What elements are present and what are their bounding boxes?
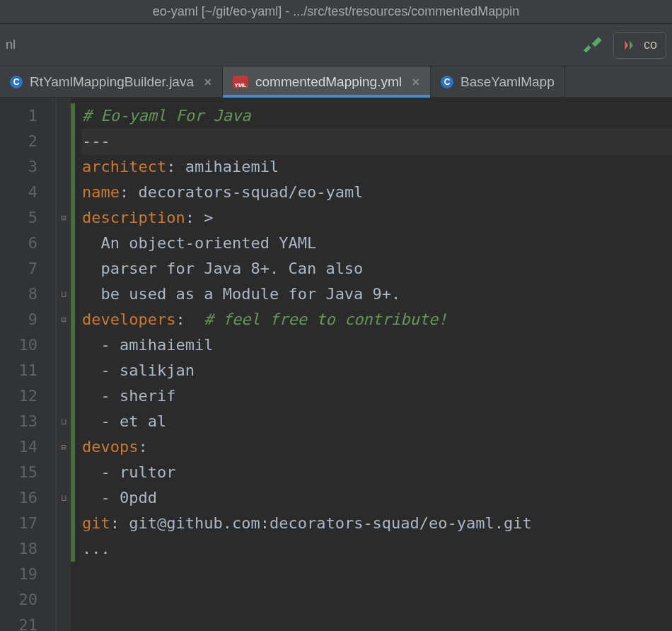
close-icon[interactable]: ✕ (201, 76, 212, 88)
code-line[interactable]: - amihaiemil (82, 332, 672, 358)
yaml-key: devops (82, 438, 138, 456)
code-editor[interactable]: 123456789101112131415161718192021 ⊟⊔⊟⊔⊟⊔… (0, 98, 672, 631)
tab-label: RtYamlMappingBuilder.java (30, 74, 194, 90)
fold-spacer (57, 256, 71, 282)
code-line[interactable]: ... (82, 536, 672, 562)
close-icon[interactable]: ✕ (409, 76, 420, 88)
tab-baseyamlmapp[interactable]: C BaseYamlMapp (431, 66, 565, 97)
yaml-comment: # feel free to contribute! (204, 311, 447, 328)
fold-open-icon[interactable]: ⊟ (57, 205, 71, 231)
line-number: 17 (0, 511, 37, 536)
code-line[interactable]: - 0pdd (82, 485, 672, 511)
yaml-key: description (82, 209, 185, 226)
code-line[interactable] (82, 613, 672, 631)
window-title: eo-yaml [~/git/eo-yaml] - .../src/test/r… (153, 4, 520, 19)
fold-spacer (57, 460, 71, 485)
fold-spacer (57, 332, 71, 358)
code-line[interactable]: description: > (82, 205, 672, 231)
fold-strip[interactable]: ⊟⊔⊟⊔⊟⊔ (57, 98, 71, 631)
yaml-value: - sherif (101, 387, 176, 405)
yaml-key: architect (82, 158, 166, 175)
line-number: 9 (0, 307, 37, 332)
yaml-key: developers (82, 311, 175, 328)
line-number: 5 (0, 205, 37, 231)
fold-spacer (57, 383, 71, 409)
fold-spacer (57, 129, 71, 154)
build-icon[interactable] (584, 35, 603, 55)
fold-spacer (57, 536, 71, 562)
yaml-value: - salikjan (101, 361, 195, 379)
yaml-value: decorators-squad/eo-yaml (138, 183, 363, 201)
ide-toolbar: nl co (0, 24, 672, 66)
fold-spacer (57, 358, 71, 383)
line-number: 18 (0, 536, 37, 562)
yaml-value: - amihaiemil (101, 336, 214, 354)
code-line[interactable]: - salikjan (82, 358, 672, 383)
fold-spacer (57, 613, 71, 631)
yaml-value: - 0pdd (101, 489, 157, 506)
line-number: 7 (0, 256, 37, 282)
fold-spacer (57, 231, 71, 256)
fold-close-icon[interactable]: ⊔ (57, 282, 71, 307)
code-line[interactable] (82, 562, 672, 587)
code-line[interactable]: - rultor (82, 460, 672, 485)
code-line[interactable]: An object-oriented YAML (82, 231, 672, 256)
line-number: 2 (0, 129, 37, 154)
fold-spacer (57, 180, 71, 205)
line-number: 6 (0, 231, 37, 256)
line-number: 16 (0, 485, 37, 511)
tab-rtyamlmappingbuilder[interactable]: C RtYamlMappingBuilder.java ✕ (0, 66, 223, 97)
yaml-value: > (204, 209, 213, 226)
breadcrumb-fragment: nl (6, 37, 16, 52)
yaml-value: parser for Java 8+. Can also (101, 260, 364, 277)
yaml-value: git@github.com:decorators-squad/eo-yaml.… (129, 514, 532, 532)
window-title-bar: eo-yaml [~/git/eo-yaml] - .../src/test/r… (0, 0, 672, 24)
code-line[interactable]: be used as a Module for Java 9+. (82, 282, 672, 307)
fold-open-icon[interactable]: ⊟ (57, 434, 71, 460)
run-arrows-icon (622, 38, 637, 52)
yaml-value: - rultor (101, 463, 176, 481)
code-line[interactable]: --- (82, 129, 672, 154)
fold-close-icon[interactable]: ⊔ (57, 409, 71, 434)
line-number: 15 (0, 460, 37, 485)
code-line[interactable]: git: git@github.com:decorators-squad/eo-… (82, 511, 672, 536)
tab-label: BaseYamlMapp (460, 74, 555, 90)
editor-tab-bar: C RtYamlMappingBuilder.java ✕ YML commen… (0, 66, 672, 98)
yml-file-icon: YML (233, 76, 248, 88)
code-line[interactable]: developers: # feel free to contribute! (82, 307, 672, 332)
tab-commentedmapping[interactable]: YML commentedMapping.yml ✕ (223, 66, 431, 97)
line-number: 3 (0, 154, 37, 180)
line-number: 13 (0, 409, 37, 434)
line-number: 1 (0, 103, 37, 129)
line-number: 20 (0, 587, 37, 613)
yaml-value: amihaiemil (185, 158, 279, 175)
line-number: 14 (0, 434, 37, 460)
yaml-key: name (82, 183, 120, 201)
code-line[interactable]: - sherif (82, 383, 672, 409)
tab-label: commentedMapping.yml (255, 74, 402, 90)
line-number-gutter: 123456789101112131415161718192021 (0, 98, 57, 631)
fold-spacer (57, 103, 71, 129)
java-file-icon: C (441, 76, 453, 88)
yaml-value: - et al (101, 412, 167, 430)
line-number: 11 (0, 358, 37, 383)
code-line[interactable]: parser for Java 8+. Can also (82, 256, 672, 282)
run-config-label: co (644, 37, 657, 52)
fold-open-icon[interactable]: ⊟ (57, 307, 71, 332)
run-configuration-selector[interactable]: co (613, 32, 666, 59)
code-line[interactable] (82, 587, 672, 613)
code-area[interactable]: # Eo-yaml For Java---architect: amihaiem… (75, 98, 672, 631)
fold-spacer (57, 587, 71, 613)
fold-close-icon[interactable]: ⊔ (57, 485, 71, 511)
code-line[interactable]: - et al (82, 409, 672, 434)
yaml-value: be used as a Module for Java 9+. (101, 285, 401, 303)
breadcrumb[interactable]: nl (6, 37, 16, 52)
yaml-doc-separator: --- (82, 132, 110, 150)
code-line[interactable]: devops: (82, 434, 672, 460)
yaml-comment: # Eo-yaml For Java (82, 107, 250, 125)
code-line[interactable]: architect: amihaiemil (82, 154, 672, 180)
line-number: 8 (0, 282, 37, 307)
fold-spacer (57, 562, 71, 587)
code-line[interactable]: name: decorators-squad/eo-yaml (82, 180, 672, 205)
code-line[interactable]: # Eo-yaml For Java (82, 103, 672, 129)
